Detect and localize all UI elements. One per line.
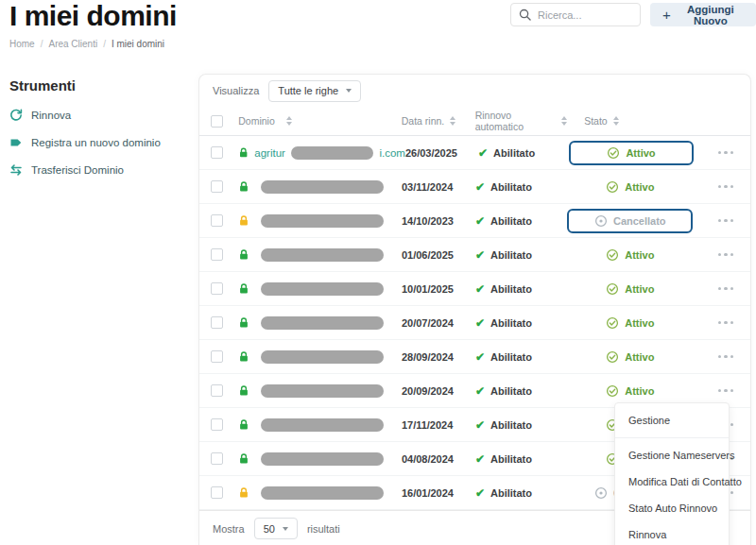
sidebar-item-label: Trasferisci Dominio xyxy=(31,164,124,176)
row-actions-button[interactable] xyxy=(718,351,734,363)
search-input[interactable] xyxy=(538,9,632,21)
breadcrumb-home[interactable]: Home xyxy=(9,39,35,49)
row-checkbox[interactable] xyxy=(211,350,223,363)
register-icon xyxy=(9,136,23,149)
row-actions-button[interactable] xyxy=(718,181,734,193)
redacted-domain xyxy=(261,248,384,262)
lock-icon xyxy=(238,249,249,261)
status-label: Attivo xyxy=(625,385,654,397)
row-checkbox[interactable] xyxy=(211,146,223,159)
table-toolbar: Visualizza Tutte le righe xyxy=(199,75,750,107)
redacted-domain xyxy=(261,180,384,194)
status-badge[interactable]: Attivo xyxy=(606,282,654,296)
page: I miei domini + Aggiungi Nuovo Home / Ar… xyxy=(0,0,756,545)
status-badge[interactable]: Attivo xyxy=(606,350,654,364)
status-badge[interactable]: Attivo xyxy=(606,180,654,194)
lock-icon xyxy=(238,487,249,499)
status-badge[interactable]: Attivo xyxy=(606,248,654,262)
row-checkbox[interactable] xyxy=(211,452,223,465)
row-checkbox[interactable] xyxy=(211,248,223,261)
lock-icon xyxy=(238,283,249,295)
lock-icon xyxy=(238,351,249,363)
row-actions-button[interactable] xyxy=(718,215,734,227)
redacted-domain xyxy=(261,282,384,296)
redacted-domain xyxy=(261,452,384,466)
lock-icon xyxy=(238,453,249,465)
status-label: Attivo xyxy=(625,249,654,261)
renewal-date: 14/10/2023 xyxy=(402,215,475,227)
check-icon: ✔ xyxy=(475,316,485,330)
status-badge[interactable]: Attivo xyxy=(569,141,693,165)
status-badge[interactable]: Cancellato xyxy=(567,209,693,233)
sidebar-item-trasferisci-dominio[interactable]: Trasferisci Dominio xyxy=(9,163,180,177)
col-rinnovo-automatico: Rinnovo automatico xyxy=(475,110,550,132)
row-checkbox[interactable] xyxy=(211,282,223,295)
domain-text[interactable]: i.com xyxy=(379,147,404,159)
auto-renewal-status: Abilitato xyxy=(490,215,532,227)
auto-renewal-status: Abilitato xyxy=(490,317,532,329)
add-new-button[interactable]: + Aggiungi Nuovo xyxy=(650,3,756,26)
auto-renewal-status: Abilitato xyxy=(490,453,532,465)
risultati-label: risultati xyxy=(307,523,340,535)
sidebar-item-label: Registra un nuovo dominio xyxy=(31,137,161,148)
domain-text[interactable]: agritur xyxy=(254,147,285,159)
breadcrumb-separator: / xyxy=(103,39,106,49)
redacted-domain xyxy=(291,146,374,160)
lock-icon xyxy=(238,181,249,193)
check-icon: ✔ xyxy=(475,418,485,432)
search-icon xyxy=(519,9,531,21)
menu-item-gestione[interactable]: Gestione xyxy=(615,407,729,434)
sidebar-item-label: Rinnova xyxy=(31,110,71,121)
auto-renewal-status: Abilitato xyxy=(490,487,532,499)
auto-renewal-status: Abilitato xyxy=(490,283,532,295)
sort-dominio[interactable] xyxy=(286,116,292,126)
row-actions-button[interactable] xyxy=(718,147,734,159)
row-checkbox[interactable] xyxy=(211,214,223,227)
check-icon: ✔ xyxy=(475,214,485,228)
page-size-select[interactable]: 50 xyxy=(254,518,298,539)
status-badge[interactable]: Attivo xyxy=(606,384,654,398)
menu-item-stato-auto-rinnovo[interactable]: Stato Auto Rinnovo xyxy=(615,495,729,521)
row-actions-button[interactable] xyxy=(718,283,734,295)
row-actions-button[interactable] xyxy=(718,317,734,329)
menu-item-gestione-nameservers[interactable]: Gestione Nameservers xyxy=(615,442,729,468)
row-checkbox[interactable] xyxy=(211,384,223,397)
lock-icon xyxy=(238,215,249,227)
sort-stato[interactable] xyxy=(613,116,619,126)
circle-dot-icon xyxy=(594,486,608,500)
sidebar-item-rinnova[interactable]: Rinnova xyxy=(9,109,180,122)
redacted-domain xyxy=(261,214,384,228)
row-checkbox[interactable] xyxy=(211,316,223,329)
circle-check-icon xyxy=(606,248,619,262)
auto-renewal-status: Abilitato xyxy=(490,249,532,261)
row-actions-button[interactable] xyxy=(718,249,734,261)
renewal-date: 10/01/2025 xyxy=(402,283,475,295)
rows-filter-value: Tutte le righe xyxy=(278,85,338,96)
lock-icon xyxy=(238,385,249,397)
menu-item-modifica-dati-di-contatto[interactable]: Modifica Dati di Contatto xyxy=(615,468,729,495)
sync-icon xyxy=(9,109,23,122)
breadcrumb-current: I miei domini xyxy=(112,39,164,49)
menu-item-rinnova[interactable]: Rinnova xyxy=(615,521,729,545)
context-menu: GestioneGestione NameserversModifica Dat… xyxy=(614,402,730,545)
select-all-checkbox[interactable] xyxy=(211,115,223,128)
chevron-down-icon xyxy=(283,527,288,531)
row-checkbox[interactable] xyxy=(211,486,223,499)
status-badge[interactable]: Attivo xyxy=(606,316,654,330)
status-label: Attivo xyxy=(626,147,655,159)
row-checkbox[interactable] xyxy=(211,180,223,193)
row-actions-button[interactable] xyxy=(718,385,734,397)
circle-check-icon xyxy=(606,180,619,194)
rows-filter-select[interactable]: Tutte le righe xyxy=(268,80,361,102)
circle-check-icon xyxy=(606,316,619,330)
renewal-date: 01/06/2025 xyxy=(402,249,475,261)
renewal-date: 16/01/2024 xyxy=(402,487,475,499)
sort-data-rinn[interactable] xyxy=(450,116,455,126)
auto-renewal-status: Abilitato xyxy=(490,419,532,431)
sidebar-item-registra-dominio[interactable]: Registra un nuovo dominio xyxy=(9,136,180,149)
sidebar-heading: Strumenti xyxy=(9,77,180,94)
breadcrumb-area-clienti[interactable]: Area Clienti xyxy=(48,39,97,49)
status-label: Attivo xyxy=(625,351,654,363)
row-checkbox[interactable] xyxy=(211,418,223,431)
circle-dot-icon xyxy=(594,214,608,228)
